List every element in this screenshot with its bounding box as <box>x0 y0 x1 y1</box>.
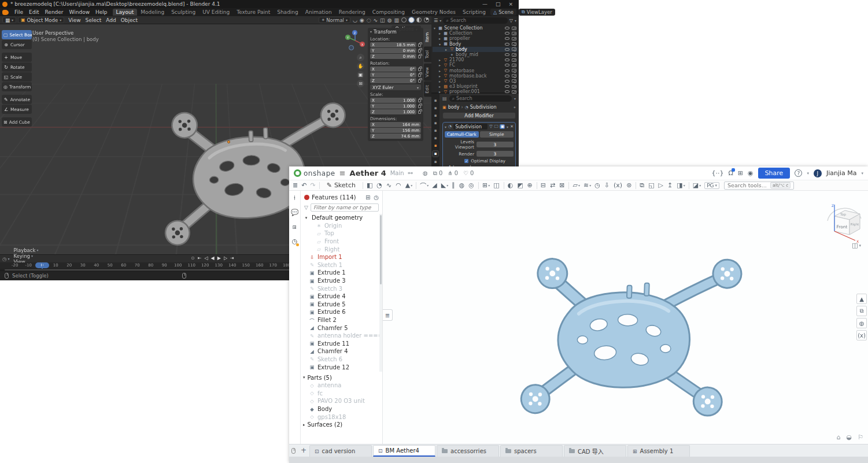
feature-item[interactable]: ▣Extrude 12 <box>301 363 379 371</box>
delete-modifier-icon[interactable]: ✕ <box>510 124 514 129</box>
tool-icon[interactable] <box>504 182 504 189</box>
pan-hand-icon[interactable]: ✋ <box>357 62 364 70</box>
rotation-field[interactable]: Z0° <box>370 78 416 83</box>
workspace-tab[interactable]: Animation <box>302 9 335 16</box>
drone-model-onshape[interactable] <box>477 218 756 441</box>
surfaces-header[interactable]: ▸Surfaces (2) <box>301 421 382 429</box>
timeline-menu-item[interactable]: Playback▾ <box>10 247 41 253</box>
tool-icon[interactable] <box>568 182 569 189</box>
part-item[interactable]: ◆Body <box>301 405 382 413</box>
tool-scale[interactable]: ◱Scale <box>2 72 32 82</box>
frame-tick[interactable]: 20 <box>62 262 76 269</box>
user-avatar[interactable]: J <box>814 169 822 177</box>
shading-rendered-icon[interactable] <box>424 17 429 23</box>
scale-field[interactable]: Z1.000 <box>370 109 416 114</box>
view-orientation-icon[interactable]: ▲ <box>856 294 867 304</box>
hide-viewport-icon[interactable] <box>505 58 509 61</box>
sidebar-tab[interactable]: Edit <box>424 82 431 97</box>
shading-wireframe-icon[interactable] <box>401 17 407 23</box>
pg-dropdown[interactable]: PG▾ <box>704 182 719 189</box>
next-keyframe-icon[interactable]: ▷ <box>224 255 227 261</box>
optimal-display-row[interactable]: ✓ Optimal Display <box>445 158 514 164</box>
play-icon[interactable]: ▶ <box>217 255 221 261</box>
filter-icon[interactable]: ▽ <box>509 18 513 23</box>
rotation-field[interactable]: X0° <box>370 66 416 72</box>
play-reverse-icon[interactable]: ◀ <box>211 255 215 261</box>
viewport-menu-item[interactable]: Select <box>83 17 104 23</box>
hole-icon[interactable]: ◎ <box>468 182 475 189</box>
xray-icon[interactable]: ▥ <box>394 17 399 23</box>
properties-tab-physics[interactable]: ▪ <box>434 160 437 164</box>
overlays-icon[interactable]: ◍ <box>387 17 392 23</box>
tool-measure[interactable]: ∠Measure <box>2 105 32 114</box>
frame-tick[interactable]: 150 <box>239 262 253 269</box>
minimize-button[interactable]: — <box>482 1 487 7</box>
workspace-tab[interactable]: Scripting <box>459 9 489 16</box>
snap-target-icon[interactable]: ◉ <box>360 17 364 23</box>
outliner-row[interactable]: ▸ ▽ motorbase.back <box>433 73 518 79</box>
filter-input[interactable] <box>311 203 379 212</box>
rotation-field[interactable]: Y0° <box>370 72 416 77</box>
variables-icon[interactable]: (x) <box>614 182 623 189</box>
hide-viewport-icon[interactable] <box>505 43 509 46</box>
frame-tick[interactable]: 10 <box>49 262 63 269</box>
location-field[interactable]: X18.5 mm <box>370 42 416 47</box>
hide-viewport-icon[interactable] <box>505 75 509 77</box>
filter-funnel-icon[interactable]: ▽ <box>304 205 308 210</box>
history-icon[interactable]: ◷ <box>292 238 298 245</box>
workspace-tab[interactable]: Geometry Nodes <box>408 9 459 16</box>
transform-icon[interactable]: ⊕ <box>527 182 533 189</box>
frame-tick[interactable]: 110 <box>185 262 199 269</box>
scale-field[interactable]: X1.000 <box>370 98 416 103</box>
hide-viewport-icon[interactable] <box>505 69 509 72</box>
in-context-icon[interactable]: ◱ <box>648 182 655 189</box>
thicken-icon[interactable]: ▲▾ <box>405 182 412 189</box>
tab-bm-aether4[interactable]: ⊡ BM Aether4 <box>373 445 435 457</box>
tool-icon[interactable] <box>416 182 416 189</box>
feature-item[interactable]: ⇩Import 1 <box>301 253 379 261</box>
frame-tick[interactable]: 170 <box>267 262 280 269</box>
jump-to-end-icon[interactable]: ⇥ <box>230 255 234 261</box>
record-icon[interactable]: ⊙ <box>191 255 195 261</box>
sidebar-tab[interactable]: View <box>424 64 431 81</box>
workspace-tab[interactable]: Sculpting <box>168 9 199 16</box>
realtime-toggle-icon[interactable]: 🖵 <box>494 124 498 129</box>
feedback-icon[interactable]: ⚐ <box>858 434 863 441</box>
feature-item[interactable]: ▱Right <box>301 245 379 253</box>
document-title[interactable]: Aether 4 <box>350 169 386 177</box>
shading-solid-icon[interactable] <box>409 17 414 23</box>
timeline-editor-icon[interactable]: ◷ <box>2 256 6 262</box>
tool-icon[interactable] <box>689 182 689 189</box>
learning-center-icon[interactable]: ⌂ <box>837 434 841 441</box>
frame-tick[interactable]: 30 <box>76 262 90 269</box>
lock-icon[interactable] <box>418 79 421 83</box>
import-icon[interactable]: ⇩ <box>604 182 610 189</box>
mode-dropdown[interactable]: ▣Object Mode▾ <box>18 17 64 23</box>
properties-tab-render[interactable]: ▪ <box>434 106 437 110</box>
workspace-tab[interactable]: Shading <box>274 9 302 16</box>
playhead[interactable] <box>42 262 43 269</box>
hide-viewport-icon[interactable] <box>505 27 509 29</box>
outliner-row[interactable]: ▸ ▨ e3 blueprint <box>433 84 518 89</box>
view-options-button[interactable]: ◫▾ <box>852 242 861 249</box>
achievement-badge-icon[interactable]: ◉ <box>748 169 754 177</box>
frame-tick[interactable]: 70 <box>131 262 145 269</box>
pin-icon[interactable]: ⌖ <box>514 105 516 110</box>
hide-viewport-icon[interactable] <box>505 32 509 35</box>
feature-item[interactable]: ▱Front <box>301 238 379 246</box>
render-toggle-icon[interactable]: ▣ <box>500 124 505 129</box>
blender-logo-icon[interactable] <box>2 10 9 15</box>
sketch-settings-icon[interactable]: ⍿ <box>294 194 296 202</box>
outliner-row[interactable]: ▾ ▦ Body <box>433 42 518 47</box>
snap-magnet-icon[interactable]: ◡ <box>353 17 357 23</box>
revolve-icon[interactable]: ◔ <box>376 182 383 189</box>
disable-render-icon[interactable] <box>512 47 516 51</box>
tool-icon[interactable] <box>636 182 636 189</box>
outliner-row[interactable]: ▸ ▽ FC <box>433 62 518 68</box>
lock-icon[interactable] <box>418 43 421 47</box>
timeline-menu-item[interactable]: Keying▾ <box>10 253 41 259</box>
feature-item[interactable]: ✎Sketch 6 <box>301 355 379 364</box>
feature-list-toggle-icon[interactable]: ≣ <box>293 182 298 189</box>
outliner-search[interactable]: ⌕Search <box>443 17 508 24</box>
plane-icon[interactable]: ▱▾ <box>572 182 579 189</box>
